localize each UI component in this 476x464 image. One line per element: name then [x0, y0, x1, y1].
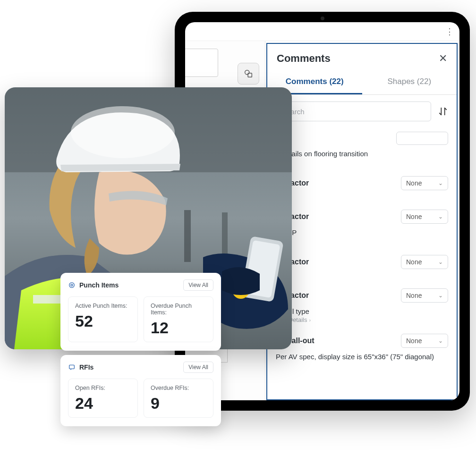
metric-label: Open RFIs:	[75, 385, 131, 391]
rfi-icon	[68, 363, 76, 371]
see-details-link[interactable]: ails›	[276, 192, 448, 204]
comment-body: Per AV spec, display size is 65"x36" (75…	[276, 350, 448, 362]
panel-title: Comments	[277, 52, 331, 65]
comments-panel: Comments ✕ Comments (22) Shapes (22)	[266, 43, 458, 400]
comment-item: ontractor None ⌄ ails›	[267, 171, 457, 205]
comment-body: e RCP	[276, 226, 448, 237]
comment-body: e wall type	[276, 304, 448, 316]
svg-point-12	[69, 283, 75, 288]
svg-rect-5	[184, 210, 191, 262]
metric-value: 9	[151, 394, 206, 413]
see-details-link[interactable]: See Details›	[276, 316, 448, 328]
metric-overdue-rfis: Overdue RFIs: 9	[144, 379, 213, 418]
see-details-link[interactable]: ails›	[276, 271, 448, 283]
metric-active-punch: Active Punch Items: 52	[68, 296, 138, 342]
close-icon[interactable]: ✕	[439, 52, 447, 65]
metric-value: 24	[75, 394, 131, 413]
document-thumbnail[interactable]	[185, 49, 218, 77]
chevron-down-icon: ⌄	[438, 292, 443, 299]
svg-point-13	[71, 284, 73, 286]
dropdown-value: None	[406, 213, 422, 220]
chevron-down-icon: ⌄	[438, 180, 443, 186]
shapes-tool-button[interactable]	[238, 63, 259, 84]
metric-label: Active Punch Items:	[75, 303, 131, 309]
assignee-dropdown[interactable]: None ⌄	[401, 255, 448, 269]
punch-items-card: Punch Items View All Active Punch Items:…	[60, 273, 221, 351]
comments-list: e details on flooring transition ails› o…	[267, 128, 457, 399]
sort-icon[interactable]	[438, 106, 448, 117]
more-icon[interactable]: ⋮	[445, 26, 453, 37]
see-details-link[interactable]: ails›	[276, 159, 448, 170]
rfis-card: RFIs View All Open RFIs: 24 Overdue RFIs…	[60, 355, 221, 426]
metric-open-rfis: Open RFIs: 24	[68, 379, 138, 418]
metric-value: 12	[151, 319, 206, 337]
comment-body: e details on flooring transition	[276, 147, 448, 159]
metric-value: 52	[75, 312, 131, 330]
view-all-button[interactable]: View All	[183, 279, 213, 291]
comment-item: ontractor None ⌄ e wall type See Details…	[267, 284, 457, 329]
svg-point-8	[71, 106, 175, 158]
assignee-dropdown[interactable]: None ⌄	[401, 334, 448, 348]
comment-item: ontractor None ⌄ ails›	[267, 250, 457, 284]
tab-shapes[interactable]: Shapes (22)	[362, 70, 457, 94]
dropdown-value: None	[406, 337, 422, 345]
dropdown-partial[interactable]	[396, 132, 448, 145]
metric-label: Overdue RFIs:	[151, 385, 206, 391]
comment-item-callout: Call-out None ⌄ Per AV spec, display siz…	[267, 329, 457, 363]
chevron-down-icon: ⌄	[438, 213, 443, 220]
card-title: RFIs	[68, 363, 94, 371]
assignee-dropdown[interactable]: None ⌄	[401, 176, 448, 190]
comment-item: e details on flooring transition ails›	[267, 128, 457, 171]
svg-point-0	[245, 70, 249, 75]
chevron-down-icon: ⌄	[438, 337, 443, 344]
panel-tabs: Comments (22) Shapes (22)	[267, 70, 457, 95]
tablet-camera	[321, 17, 324, 20]
app-topbar: ⋮	[185, 22, 459, 41]
comment-item: ontractor None ⌄ e RCP ails›	[267, 205, 457, 250]
punch-icon	[68, 281, 76, 289]
dropdown-value: None	[406, 258, 422, 266]
see-details-link[interactable]: ails›	[276, 237, 448, 249]
chevron-right-icon: ›	[309, 317, 311, 323]
dropdown-value: None	[406, 292, 422, 299]
chevron-down-icon: ⌄	[438, 259, 443, 265]
search-input[interactable]	[276, 101, 431, 121]
view-all-button[interactable]: View All	[183, 362, 213, 373]
svg-rect-14	[69, 365, 75, 369]
card-title: Punch Items	[68, 281, 119, 289]
metric-label: Overdue Punch Items:	[151, 303, 206, 316]
dropdown-value: None	[406, 179, 422, 187]
assignee-dropdown[interactable]: None ⌄	[401, 210, 448, 224]
assignee-dropdown[interactable]: None ⌄	[401, 288, 448, 303]
metric-overdue-punch: Overdue Punch Items: 12	[144, 296, 213, 342]
